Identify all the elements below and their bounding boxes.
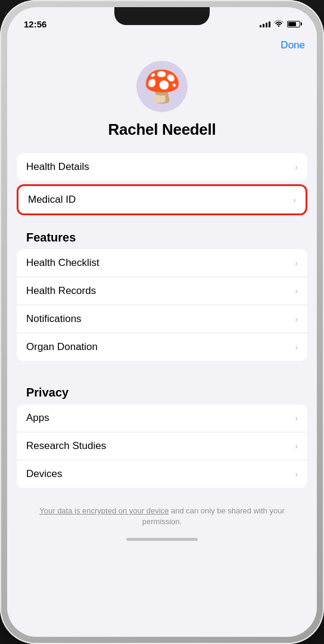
research-studies-item[interactable]: Research Studies ›: [17, 432, 307, 460]
signal-icon: [260, 20, 270, 27]
apps-label: Apps: [26, 412, 49, 424]
features-section-header: Features: [7, 218, 317, 249]
devices-label: Devices: [26, 468, 62, 480]
phone-frame: 12:56: [0, 0, 324, 644]
home-indicator: [126, 538, 198, 541]
avatar: 🍄: [136, 61, 188, 112]
medical-id-label: Medical ID: [28, 194, 76, 206]
chevron-icon: ›: [295, 314, 298, 324]
health-checklist-label: Health Checklist: [26, 257, 99, 269]
medical-id-item[interactable]: Medical ID ›: [17, 184, 307, 215]
research-studies-label: Research Studies: [26, 440, 106, 452]
health-records-item[interactable]: Health Records ›: [17, 277, 307, 305]
chevron-icon: ›: [295, 342, 298, 352]
notifications-label: Notifications: [26, 313, 82, 325]
chevron-icon: ›: [295, 162, 298, 172]
chevron-icon: ›: [295, 258, 298, 268]
apps-item[interactable]: Apps ›: [17, 404, 307, 432]
chevron-icon: ›: [295, 441, 298, 451]
organ-donation-item[interactable]: Organ Donation ›: [17, 333, 307, 361]
notch: [114, 7, 210, 25]
privacy-list: Apps › Research Studies › Devices ›: [17, 404, 307, 488]
chevron-icon: ›: [295, 413, 298, 423]
health-records-label: Health Records: [26, 285, 96, 297]
profile-section: 🍄 Rachel Needell: [7, 55, 317, 153]
home-indicator-area: [7, 533, 317, 543]
status-time: 12:56: [24, 19, 46, 29]
health-details-section: Health Details ›: [17, 153, 307, 181]
features-list: Health Checklist › Health Records › Noti…: [17, 249, 307, 361]
status-icons: [260, 20, 300, 29]
chevron-icon: ›: [295, 286, 298, 296]
devices-item[interactable]: Devices ›: [17, 460, 307, 488]
chevron-icon: ›: [295, 469, 298, 479]
organ-donation-label: Organ Donation: [26, 341, 98, 353]
screen-content: Done 🍄 Rachel Needell Health Details › M…: [7, 33, 317, 637]
phone-screen: 12:56: [7, 7, 317, 637]
health-details-label: Health Details: [26, 161, 89, 173]
health-checklist-item[interactable]: Health Checklist ›: [17, 249, 307, 277]
profile-name: Rachel Needell: [108, 120, 216, 139]
footer-text: Your data is encrypted on your device an…: [7, 500, 317, 533]
battery-icon: [287, 21, 300, 27]
done-button[interactable]: Done: [281, 39, 305, 51]
health-details-item[interactable]: Health Details ›: [17, 153, 307, 181]
chevron-icon: ›: [293, 195, 296, 205]
privacy-section-header: Privacy: [7, 373, 317, 404]
wifi-icon: [274, 20, 284, 29]
header-bar: Done: [7, 33, 317, 55]
notifications-item[interactable]: Notifications ›: [17, 305, 307, 333]
